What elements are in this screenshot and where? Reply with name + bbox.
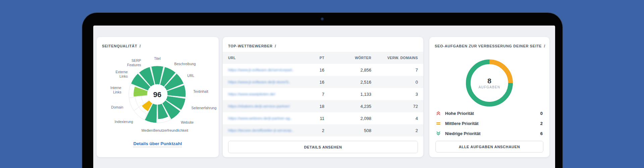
- competitor-url-link[interactable]: https://www.jt-software.de/jt-store/S..: [228, 80, 299, 84]
- competitors-card: TOP-WETTBEWERBERi URL PT WÖRTER VERW. DO…: [223, 37, 423, 157]
- cell-domains: 4: [371, 116, 418, 121]
- cell-domains: 72: [371, 104, 418, 109]
- competitor-url-link[interactable]: https://tecsee.de/offizieller-jt-service…: [228, 128, 299, 132]
- cell-pt: 16: [299, 80, 324, 85]
- svg-text:ExterneLinks: ExterneLinks: [116, 70, 128, 78]
- svg-text:Beschreibung: Beschreibung: [174, 62, 196, 66]
- priority-legend: Hohe Priorität0Mittlere Priorität2Niedri…: [436, 108, 543, 138]
- svg-text:96: 96: [153, 90, 161, 99]
- competitors-table-header: URL PT WÖRTER VERW. DOMAINS: [223, 52, 423, 64]
- seo-tasks-card: SEO-AUFGABEN ZUR VERBESSERUNG DEINER SEI…: [429, 37, 549, 157]
- legend-value: 0: [540, 111, 543, 116]
- svg-text:Indexierung: Indexierung: [115, 120, 133, 124]
- cell-domains: 7: [371, 68, 418, 73]
- competitor-url-link[interactable]: https://www.wawipiloten.de/: [228, 92, 299, 96]
- competitors-table-body: https://www.jt-software.de/servicepart..…: [223, 64, 423, 136]
- column-header-verw-domains: VERW. DOMAINS: [371, 56, 418, 60]
- legend-value: 6: [540, 131, 543, 136]
- laptop-frame: SEITENQUALITÄTi 96TitelBeschreibungURLTe…: [82, 13, 562, 168]
- svg-text:Titel: Titel: [154, 56, 160, 60]
- legend-row: Hohe Priorität0: [436, 108, 543, 118]
- tasks-donut-chart: 8 AUFGABEN: [464, 58, 515, 108]
- cell-words: 4,235: [324, 104, 371, 109]
- legend-label: Niedrige Priorität: [445, 131, 540, 136]
- svg-text:Domain: Domain: [111, 105, 123, 109]
- competitor-url-link[interactable]: https://ebakers.de/jt-service-partner/: [228, 104, 299, 108]
- all-tasks-button[interactable]: ALLE AUFGABEN ANSCHAUEN: [435, 141, 543, 153]
- cell-words: 2,098: [324, 116, 371, 121]
- seo-tasks-title-text: SEO-AUFGABEN ZUR VERBESSERUNG DEINER SEI…: [435, 44, 542, 48]
- info-icon[interactable]: i: [544, 44, 545, 49]
- score-details-link[interactable]: Details über Punktzahl: [133, 141, 182, 147]
- seo-tasks-title: SEO-AUFGABEN ZUR VERBESSERUNG DEINER SEI…: [435, 44, 545, 49]
- chevrons-down-icon: [436, 131, 441, 136]
- svg-text:Benutzerfreundlichkeit: Benutzerfreundlichkeit: [153, 128, 188, 132]
- competitors-title: TOP-WETTBEWERBERi: [228, 44, 276, 49]
- cell-words: 2,856: [324, 68, 371, 73]
- tasks-count: 8: [487, 77, 491, 85]
- table-row: https://tecsee.de/offizieller-jt-service…: [223, 124, 423, 136]
- svg-text:InterneLinks: InterneLinks: [110, 86, 121, 94]
- svg-text:Medien: Medien: [142, 128, 153, 132]
- cell-words: 2,516: [324, 80, 371, 85]
- cell-pt: 2: [299, 128, 324, 133]
- table-row: https://www.jt-software.de/servicepart..…: [223, 64, 423, 76]
- page-quality-polar-chart: 96TitelBeschreibungURLTextinhaltSeitener…: [97, 37, 219, 138]
- column-header-woerter: WÖRTER: [324, 56, 371, 60]
- competitor-url-link[interactable]: https://www.webneo.de/jt-partner-ag..: [228, 116, 299, 120]
- competitor-url-link[interactable]: https://www.jt-software.de/servicepart..: [228, 68, 299, 72]
- legend-label: Mittlere Priorität: [445, 121, 540, 126]
- column-header-url: URL: [228, 56, 299, 60]
- cell-words: 508: [324, 128, 371, 133]
- legend-value: 2: [540, 121, 543, 126]
- cell-domains: 2: [371, 128, 418, 133]
- info-icon[interactable]: i: [275, 44, 276, 49]
- svg-text:Textinhalt: Textinhalt: [193, 89, 208, 93]
- svg-text:Website: Website: [181, 120, 194, 124]
- svg-text:SERPFeatures: SERPFeatures: [127, 58, 141, 67]
- chevrons-up-icon: [436, 111, 441, 116]
- cell-pt: 7: [299, 92, 324, 97]
- cell-pt: 16: [299, 68, 324, 73]
- legend-row: Niedrige Priorität6: [436, 128, 543, 138]
- webcam-dot: [321, 17, 324, 21]
- details-button[interactable]: DETAILS ANSEHEN: [228, 141, 418, 153]
- page-quality-card: SEITENQUALITÄTi 96TitelBeschreibungURLTe…: [97, 37, 219, 157]
- svg-text:URL: URL: [187, 74, 194, 78]
- table-row: https://www.wawipiloten.de/71,1333: [223, 88, 423, 100]
- donut-center: 8 AUFGABEN: [464, 58, 515, 108]
- svg-text:Seitenerfahrung: Seitenerfahrung: [192, 106, 217, 110]
- cell-domains: 0: [371, 80, 418, 85]
- cell-words: 1,133: [324, 92, 371, 97]
- competitors-title-text: TOP-WETTBEWERBER: [228, 44, 273, 48]
- dashboard-screen: SEITENQUALITÄTi 96TitelBeschreibungURLTe…: [93, 26, 555, 168]
- tasks-count-label: AUFGABEN: [479, 85, 500, 89]
- table-row: https://ebakers.de/jt-service-partner/18…: [223, 100, 423, 112]
- table-row: https://www.webneo.de/jt-partner-ag..112…: [223, 112, 423, 124]
- legend-row: Mittlere Priorität2: [436, 118, 543, 128]
- hero-banner: SEITENQUALITÄTi 96TitelBeschreibungURLTe…: [0, 0, 644, 168]
- cell-pt: 18: [299, 104, 324, 109]
- cell-pt: 11: [299, 116, 324, 121]
- equals-icon: [436, 121, 441, 126]
- table-row: https://www.jt-software.de/jt-store/S..1…: [223, 76, 423, 88]
- column-header-pt: PT: [299, 56, 324, 60]
- cell-domains: 3: [371, 92, 418, 97]
- legend-label: Hohe Priorität: [445, 111, 540, 116]
- competitors-table: URL PT WÖRTER VERW. DOMAINS https://www.…: [223, 52, 423, 136]
